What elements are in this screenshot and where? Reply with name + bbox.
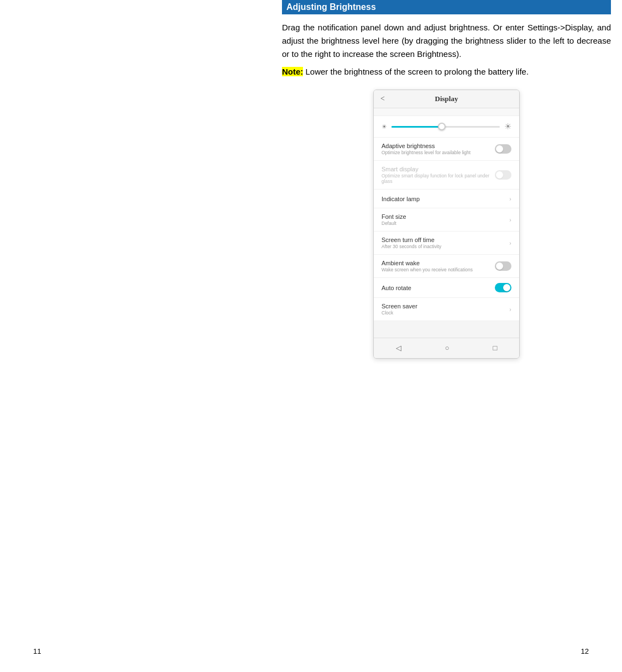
screen-timeout-text: Screen turn off time After 30 seconds of… [381, 237, 509, 249]
screen-saver-label: Screen saver [381, 303, 509, 309]
auto-rotate-label: Auto rotate [381, 285, 495, 291]
screen-saver-text: Screen saver Clock [381, 303, 509, 316]
screen-timeout-row[interactable]: Screen turn off time After 30 seconds of… [374, 232, 519, 255]
brightness-track[interactable] [391, 126, 500, 128]
ambient-wake-label: Ambient wake [381, 260, 495, 266]
ambient-wake-text: Ambient wake Wake screen when you receiv… [381, 260, 495, 272]
font-size-label: Font size [381, 213, 509, 220]
left-page [0, 0, 271, 672]
page-number-right: 12 [581, 647, 589, 655]
adaptive-brightness-toggle[interactable] [495, 144, 511, 154]
brightness-fill [391, 126, 440, 128]
body-text-content: Drag the notification panel down and adj… [282, 23, 611, 59]
adaptive-brightness-row: Adaptive brightness Optimize brightness … [374, 138, 519, 161]
smart-display-toggle [495, 170, 511, 180]
indicator-lamp-text: Indicator lamp [381, 196, 509, 202]
screen-saver-chevron: › [509, 305, 511, 313]
screen-timeout-label: Screen turn off time [381, 237, 509, 243]
smart-display-label: Smart display [381, 166, 495, 172]
toggle-thumb [496, 145, 503, 153]
ambient-wake-toggle[interactable] [495, 261, 511, 271]
adaptive-brightness-text: Adaptive brightness Optimize brightness … [381, 143, 495, 155]
phone-header: < Display [374, 90, 519, 108]
screen-saver-sub: Clock [381, 310, 509, 316]
back-arrow[interactable]: < [380, 95, 385, 103]
auto-rotate-row: Auto rotate [374, 278, 519, 298]
home-nav-icon[interactable]: ○ [445, 344, 449, 353]
bottom-nav: ◁ ○ □ [374, 338, 519, 358]
adaptive-brightness-label: Adaptive brightness [381, 143, 495, 149]
sun-dim-icon: ☀ [381, 123, 387, 130]
screen-timeout-chevron: › [509, 239, 511, 247]
section-title: Adjusting Brightness [282, 0, 611, 14]
indicator-lamp-chevron: › [509, 195, 511, 203]
body-paragraph-1: Drag the notification panel down and adj… [282, 21, 611, 61]
note-label: Note: [282, 67, 303, 76]
note-body: Lower the brightness of the screen to pr… [303, 67, 529, 76]
phone-screenshot: < Display ☀ ☀ Adaptive brightness Optimi… [373, 90, 520, 359]
toggle-thumb [496, 171, 503, 179]
smart-display-sub: Optimize smart display function for lock… [381, 173, 495, 184]
screen-timeout-sub: After 30 seconds of inactivity [381, 244, 509, 249]
indicator-lamp-row[interactable]: Indicator lamp › [374, 190, 519, 208]
page-number-left: 11 [33, 647, 41, 655]
smart-display-text: Smart display Optimize smart display fun… [381, 166, 495, 184]
auto-rotate-toggle[interactable] [495, 283, 511, 292]
back-nav-icon[interactable]: ◁ [396, 344, 401, 353]
font-size-row[interactable]: Font size Default › [374, 208, 519, 232]
ambient-wake-row: Ambient wake Wake screen when you receiv… [374, 255, 519, 278]
ambient-wake-sub: Wake screen when you receive notificatio… [381, 267, 495, 272]
font-size-text: Font size Default [381, 213, 509, 226]
brightness-thumb[interactable] [438, 123, 446, 130]
recent-nav-icon[interactable]: □ [493, 344, 498, 353]
indicator-lamp-label: Indicator lamp [381, 196, 509, 202]
phone-header-inner: < Display [380, 95, 513, 103]
font-size-sub: Default [381, 221, 509, 226]
auto-rotate-text: Auto rotate [381, 285, 495, 291]
brightness-row: ☀ ☀ [374, 116, 519, 138]
screen-saver-row[interactable]: Screen saver Clock › [374, 298, 519, 321]
smart-display-row: Smart display Optimize smart display fun… [374, 161, 519, 190]
adaptive-brightness-sub: Optimize brightness level for available … [381, 150, 495, 155]
sun-bright-icon: ☀ [504, 122, 511, 132]
display-title: Display [435, 95, 458, 103]
note-paragraph: Note: Lower the brightness of the screen… [282, 65, 611, 78]
bottom-spacer [374, 321, 519, 338]
top-spacer [374, 108, 519, 116]
right-page: Adjusting Brightness Drag the notificati… [271, 0, 622, 370]
toggle-thumb [503, 284, 510, 291]
font-size-chevron: › [509, 216, 511, 224]
toggle-thumb [496, 262, 503, 270]
